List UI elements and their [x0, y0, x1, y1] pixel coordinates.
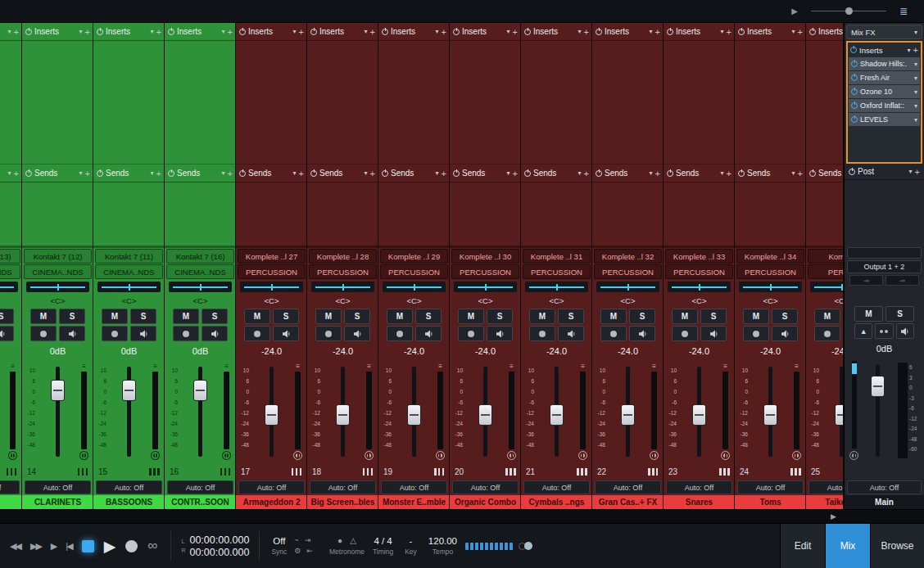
instrument-button[interactable]: Komplete ..l 34 [736, 249, 804, 264]
add-send-icon[interactable]: + [299, 169, 304, 178]
meter-bridge-icon[interactable]: ≡ [795, 363, 799, 370]
metronome-icon[interactable]: △ [350, 536, 356, 545]
sends-list-area[interactable] [22, 183, 93, 246]
sends-header[interactable]: Sends ▾ + [592, 165, 664, 183]
precount-icon[interactable]: ● [337, 536, 342, 545]
add-send-icon[interactable]: + [85, 169, 90, 178]
fader-handle[interactable] [835, 404, 845, 426]
pan-slider[interactable] [454, 282, 517, 292]
record-arm-button[interactable] [173, 326, 199, 341]
preroll-icon[interactable]: ~ [294, 537, 298, 544]
sends-header[interactable]: Sends ▾ + [307, 165, 378, 183]
mute-button[interactable]: M [173, 309, 199, 324]
inserts-list-area[interactable] [806, 41, 844, 165]
instrument-button[interactable]: Komplete ..l 32 [594, 249, 662, 264]
solo-button[interactable]: S [202, 309, 228, 324]
power-icon[interactable] [310, 170, 317, 177]
pan-value[interactable]: <C> [521, 293, 592, 308]
key-display[interactable]: - Key [393, 524, 428, 568]
levels-history-icon[interactable] [149, 468, 160, 476]
pan-slider[interactable] [169, 282, 232, 292]
pan-slider[interactable] [240, 282, 303, 292]
pan-value[interactable]: <C> [378, 293, 450, 308]
record-arm-button[interactable] [529, 326, 555, 341]
sends-header[interactable]: Sends ▾ + [165, 165, 236, 183]
power-icon[interactable] [738, 170, 745, 177]
monitor-button[interactable] [700, 326, 727, 341]
cue-mix-icon[interactable] [79, 451, 88, 460]
fader-handle[interactable] [265, 404, 279, 426]
volume-readout[interactable]: -24.0 [450, 342, 521, 360]
levels-history-icon[interactable] [363, 468, 374, 476]
levels-history-icon[interactable] [220, 468, 231, 476]
chevron-down-icon[interactable]: ▾ [914, 116, 917, 124]
fader-track[interactable] [679, 362, 718, 462]
output-selector[interactable]: Output 1 + 2 [847, 260, 922, 273]
channel-name[interactable]: Cymbals ..ngs [521, 495, 592, 509]
punch-in-icon[interactable]: ⇥ [305, 537, 311, 544]
power-icon[interactable] [738, 29, 745, 35]
record-arm-button[interactable] [244, 326, 270, 341]
chevron-down-icon[interactable]: ▾ [914, 29, 917, 36]
record-arm-button[interactable] [387, 326, 413, 341]
solo-button[interactable]: S [344, 309, 370, 324]
power-icon[interactable] [97, 170, 103, 177]
mute-button[interactable]: M [102, 309, 128, 324]
chevron-down-icon[interactable]: ▾ [792, 169, 795, 177]
automation-mode-button[interactable]: Auto: Off [452, 480, 519, 494]
channel-name[interactable]: Gran Cas..+ FX [592, 495, 664, 509]
time-display[interactable]: L R 00:00:00.000 00:00:00.000 [174, 524, 256, 568]
channel-group-label[interactable]: CINEMA..NDS [166, 264, 234, 279]
rewind-button[interactable]: ◀◀ [10, 541, 20, 552]
fader-handle[interactable] [336, 404, 350, 426]
sends-list-area[interactable] [165, 183, 236, 246]
chevron-down-icon[interactable]: ▾ [8, 28, 11, 35]
pan-value[interactable]: <C> [236, 293, 307, 308]
inserts-list-area[interactable] [93, 41, 165, 165]
volume-readout[interactable]: -24.0 [378, 342, 450, 360]
sends-header[interactable]: Sends ▾ + [22, 165, 93, 183]
power-icon[interactable] [667, 170, 673, 177]
chevron-down-icon[interactable]: ▾ [79, 28, 83, 35]
channel-group-label[interactable]: CINEMA..NDS [0, 264, 20, 279]
monitor-button[interactable] [487, 326, 513, 341]
instrument-button[interactable]: Kontakt 7 (12) [24, 249, 92, 264]
channel-name[interactable]: Organic Combo [450, 495, 521, 509]
scroll-right-icon[interactable]: ▶ [831, 512, 836, 521]
inserts-list-area[interactable] [378, 41, 450, 165]
add-send-icon[interactable]: + [727, 169, 732, 178]
pan-value[interactable]: <C> [450, 293, 521, 308]
pan-slider[interactable] [525, 282, 588, 292]
fast-forward-button[interactable]: ▶▶ [30, 541, 41, 552]
browse-view-button[interactable]: Browse [870, 524, 924, 568]
meter-bridge-icon[interactable]: ≡ [367, 363, 371, 370]
solo-button[interactable]: S [415, 309, 442, 324]
power-icon[interactable] [97, 29, 103, 35]
fader-handle[interactable] [407, 404, 421, 426]
power-icon[interactable] [382, 29, 388, 35]
monitor-button[interactable] [629, 326, 655, 341]
record-arm-button[interactable] [315, 326, 342, 341]
pan-value[interactable]: <C> [806, 293, 844, 308]
volume-readout[interactable]: -24.0 [236, 342, 307, 360]
mute-button[interactable]: M [458, 309, 484, 324]
sends-list-area[interactable] [93, 183, 165, 246]
channel-group-label[interactable]: PERCUSSION [309, 264, 377, 279]
instrument-button[interactable]: Kontakt 7 (13) [0, 249, 20, 264]
cue-mix-icon[interactable] [721, 451, 730, 460]
solo-button[interactable]: S [772, 309, 798, 324]
fader-track[interactable] [180, 362, 220, 462]
inserts-list-area[interactable] [22, 41, 93, 165]
fader-track[interactable] [822, 362, 844, 462]
instrument-button[interactable]: Komplete ..l 33 [665, 249, 733, 264]
chevron-down-icon[interactable]: ▾ [79, 169, 83, 177]
record-arm-button[interactable] [458, 326, 484, 341]
chevron-down-icon[interactable]: ▾ [578, 169, 582, 177]
inserts-list-area[interactable] [236, 41, 307, 165]
cue-mix-icon[interactable] [365, 451, 374, 460]
solo-button[interactable]: S [629, 309, 655, 324]
pan-value[interactable]: <C> [735, 293, 806, 308]
volume-readout[interactable]: -24.0 [735, 342, 806, 360]
power-icon[interactable] [310, 29, 317, 35]
chevron-down-icon[interactable]: ▾ [222, 28, 225, 35]
